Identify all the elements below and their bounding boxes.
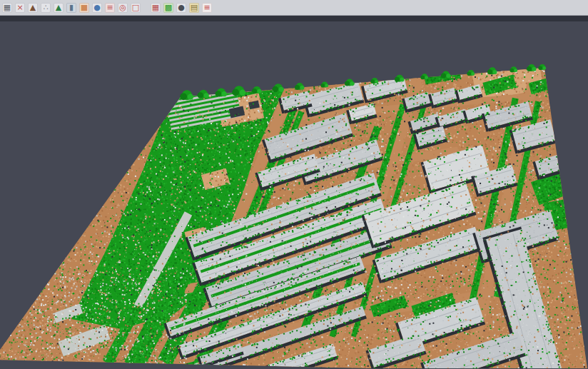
texture-patch-icon[interactable]: ▦	[2, 3, 12, 13]
globe-refresh-icon[interactable]: ●	[92, 3, 102, 13]
point-cloud-canvas[interactable]	[0, 21, 588, 368]
toolbar-shadow-band	[0, 16, 588, 21]
stacked-layers-icon[interactable]: ≡	[105, 3, 115, 13]
toolbar: ▦×▲∴▲▮■●≡◎□▦▩●▤≡	[0, 0, 588, 16]
classification-map-icon[interactable]: ▩	[163, 3, 173, 13]
vegetation-hill-icon[interactable]: ▲	[54, 3, 64, 13]
raster-checker-icon[interactable]: ▦	[151, 3, 161, 13]
split-points-icon[interactable]: ×	[15, 3, 25, 13]
sparse-points-icon[interactable]: ∴	[41, 3, 51, 13]
ortho-tile-icon[interactable]: ■	[79, 3, 89, 13]
sphere-icon[interactable]: ●	[176, 3, 186, 13]
viewport-3d[interactable]	[0, 21, 588, 368]
column-bar-icon[interactable]: ▮	[66, 3, 76, 13]
target-ring-icon[interactable]: ◎	[118, 3, 128, 13]
application-window: ▦×▲∴▲▮■●≡◎□▦▩●▤≡	[0, 0, 588, 369]
notes-grid-icon[interactable]: ▤	[189, 3, 199, 13]
terrain-mountain-icon[interactable]: ▲	[28, 3, 38, 13]
crop-selection-icon[interactable]: □	[131, 3, 141, 13]
flag-stripes-icon[interactable]: ≡	[202, 3, 212, 13]
